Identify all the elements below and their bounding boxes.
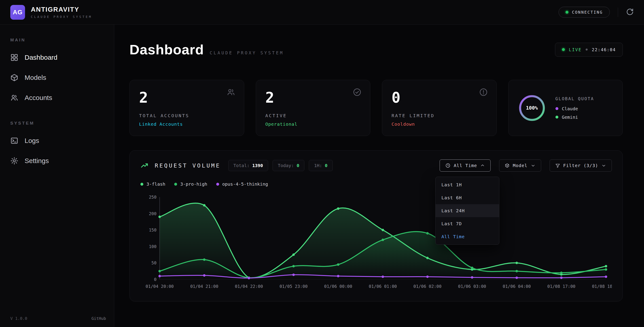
svg-text:01/06 03:00: 01/06 03:00	[458, 284, 486, 289]
stat-label: RATE LIMITED	[392, 113, 487, 118]
sidebar-item-label: Accounts	[24, 94, 52, 102]
hour-label: 1H:	[314, 163, 322, 168]
sidebar: MAIN Dashboard Models	[0, 24, 114, 327]
sidebar-item-label: Logs	[24, 137, 39, 144]
sidebar-item-label: Settings	[24, 157, 49, 164]
time-range-dropdown-button[interactable]: All Time	[440, 160, 490, 172]
stat-sub: Linked Accounts	[139, 122, 234, 127]
live-status-pill: LIVE 22:46:04	[555, 43, 623, 56]
svg-text:01/04 22:00: 01/04 22:00	[235, 284, 263, 289]
clock-icon	[445, 163, 450, 168]
app-version: V 1.0.0	[10, 316, 27, 321]
svg-text:01/04 20:00: 01/04 20:00	[146, 284, 174, 289]
svg-text:01/06 04:00: 01/06 04:00	[503, 284, 531, 289]
svg-text:150: 150	[149, 228, 156, 232]
chart-title: REQUEST VOLUME	[155, 162, 221, 169]
separator-dot-icon	[586, 48, 588, 50]
terminal-icon	[10, 137, 18, 145]
dropdown-option-last-7d[interactable]: Last 7D	[436, 217, 499, 230]
sidebar-item-logs[interactable]: Logs	[0, 130, 114, 151]
sidebar-item-label: Dashboard	[24, 54, 58, 61]
stat-sub: Operational	[266, 122, 361, 127]
svg-text:0: 0	[154, 277, 156, 282]
chevron-down-icon	[531, 163, 536, 168]
connection-status-dot-icon	[566, 11, 568, 14]
quota-legend-claude: Claude	[556, 106, 594, 112]
cube-icon	[10, 74, 18, 82]
dashboard-grid-icon	[10, 54, 18, 62]
connection-status-label: CONNECTING	[572, 10, 603, 14]
funnel-icon	[555, 163, 560, 168]
page-title: Dashboard	[130, 42, 204, 58]
alert-circle-icon	[479, 88, 488, 98]
quota-legend-label: Gemini	[562, 114, 578, 120]
sidebar-item-label: Models	[24, 74, 46, 82]
claude-dot-icon	[556, 107, 558, 110]
svg-text:200: 200	[149, 211, 156, 216]
sidebar-item-dashboard[interactable]: Dashboard	[0, 48, 114, 68]
connection-status-pill[interactable]: CONNECTING	[558, 7, 610, 18]
legend-item-3-flash: 3-flash	[140, 182, 165, 187]
sidebar-item-accounts[interactable]: Accounts	[0, 88, 114, 108]
brand-block: ANTIGRAVITY CLAUDE PROXY SYSTEM	[31, 6, 92, 18]
dropdown-option-last-6h[interactable]: Last 6H	[436, 191, 499, 204]
svg-text:01/04 21:00: 01/04 21:00	[190, 284, 218, 289]
trend-up-icon	[140, 162, 148, 170]
today-label: Today:	[278, 163, 294, 168]
app-subtitle: CLAUDE PROXY SYSTEM	[31, 15, 92, 18]
dropdown-option-all-time[interactable]: All Time	[436, 230, 499, 243]
series-dot-icon	[174, 183, 177, 186]
request-volume-panel: REQUEST VOLUME Total: 1390 Today: 0 1H: …	[130, 150, 623, 302]
stat-card-total-accounts: 2 TOTAL ACCOUNTS Linked Accounts	[130, 80, 244, 136]
svg-text:250: 250	[149, 194, 156, 200]
request-volume-chart: 05010015020025001/04 20:0001/04 21:0001/…	[140, 194, 612, 292]
today-value: 0	[296, 163, 299, 168]
main-content: Dashboard CLAUDE PROXY SYSTEM LIVE 22:46…	[114, 24, 644, 327]
gemini-dot-icon	[556, 116, 558, 118]
legend-label: 3-pro-high	[180, 182, 207, 187]
global-quota-card: 100% GLOBAL QUOTA Claude Gemini	[508, 80, 623, 136]
refresh-icon	[626, 8, 634, 16]
hour-requests-pill: 1H: 0	[309, 160, 332, 171]
sidebar-item-models[interactable]: Models	[0, 68, 114, 88]
check-circle-icon	[353, 88, 362, 98]
svg-text:01/06 02:00: 01/06 02:00	[414, 284, 442, 289]
svg-text:01/06 01:00: 01/06 01:00	[369, 284, 397, 289]
today-requests-pill: Today: 0	[272, 160, 304, 171]
stat-card-active: 2 ACTIVE Operational	[256, 80, 370, 136]
total-requests-pill: Total: 1390	[228, 160, 268, 171]
dropdown-option-last-1h[interactable]: Last 1H	[436, 178, 499, 191]
svg-text:01/05 23:00: 01/05 23:00	[280, 284, 308, 289]
stat-card-rate-limited: 0 RATE LIMITED Cooldown	[382, 80, 497, 136]
model-dropdown-button[interactable]: Model	[499, 160, 541, 172]
app-logo-text: AG	[13, 9, 22, 16]
quota-legend-gemini: Gemini	[556, 114, 594, 120]
legend-item-opus: opus-4-5-thinking	[216, 182, 268, 187]
legend-label: opus-4-5-thinking	[222, 182, 268, 187]
quota-label: GLOBAL QUOTA	[556, 96, 594, 101]
page-subtitle: CLAUDE PROXY SYSTEM	[210, 50, 284, 55]
users-icon	[226, 88, 236, 98]
topbar-divider	[618, 8, 618, 17]
stat-label: ACTIVE	[266, 113, 361, 118]
time-range-dropdown-menu: Last 1H Last 6H Last 24H Last 7D All Tim…	[435, 177, 499, 245]
filter-dropdown-value: Filter (3/3)	[563, 163, 598, 168]
stat-label: TOTAL ACCOUNTS	[139, 113, 234, 118]
legend-item-3-pro-high: 3-pro-high	[174, 182, 207, 187]
dropdown-option-last-24h[interactable]: Last 24H	[436, 204, 499, 217]
clock-value: 22:46:04	[592, 47, 616, 52]
svg-text:100: 100	[149, 244, 156, 249]
model-cube-icon	[505, 163, 510, 168]
svg-text:01/06 00:00: 01/06 00:00	[324, 284, 352, 289]
stat-sub: Cooldown	[392, 122, 487, 127]
sidebar-item-settings[interactable]: Settings	[0, 151, 114, 171]
filter-dropdown-button[interactable]: Filter (3/3)	[550, 160, 612, 172]
sidebar-section-main: MAIN	[0, 38, 114, 42]
topbar: AG ANTIGRAVITY CLAUDE PROXY SYSTEM CONNE…	[0, 0, 644, 24]
total-value: 1390	[252, 163, 263, 168]
chart-legend: 3-flash 3-pro-high opus-4-5-thinking	[140, 182, 612, 187]
legend-label: 3-flash	[146, 182, 165, 187]
gear-icon	[10, 157, 18, 165]
github-link[interactable]: GitHub	[92, 316, 106, 321]
refresh-button[interactable]	[626, 8, 634, 16]
